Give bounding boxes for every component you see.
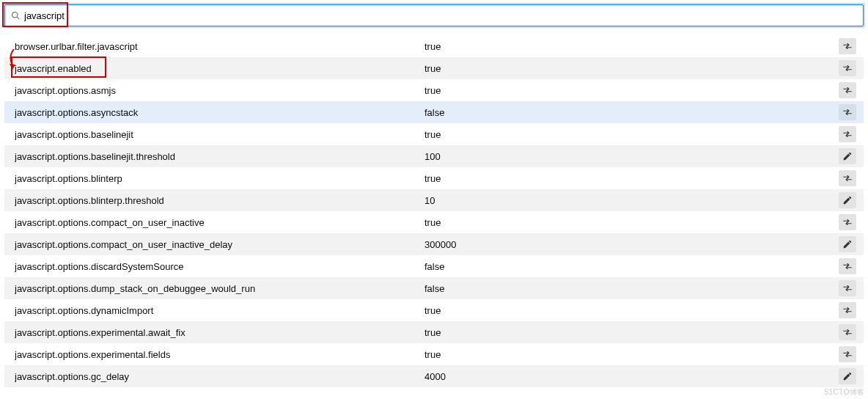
svg-line-1 <box>17 17 19 19</box>
pref-row[interactable]: javascript.options.asmjstrue <box>4 79 864 101</box>
pref-name: browser.urlbar.filter.javascript <box>15 41 424 52</box>
pref-row[interactable]: javascript.options.baselinejittrue <box>4 123 864 145</box>
toggle-icon <box>842 41 853 51</box>
search-input[interactable] <box>24 5 857 26</box>
toggle-button[interactable] <box>839 126 856 142</box>
svg-point-0 <box>12 12 18 18</box>
edit-button[interactable] <box>839 368 856 384</box>
pref-value: true <box>424 217 839 228</box>
pref-value: 300000 <box>424 239 839 250</box>
toggle-icon <box>842 85 853 95</box>
toggle-icon <box>842 107 853 117</box>
toggle-button[interactable] <box>839 302 856 318</box>
toggle-icon <box>842 129 853 139</box>
pref-value: false <box>424 107 839 118</box>
pref-row[interactable]: javascript.options.dynamicImporttrue <box>4 299 864 321</box>
pref-name: javascript.enabled <box>15 63 424 74</box>
toggle-icon <box>842 261 853 271</box>
pref-value: true <box>424 327 839 338</box>
toggle-button[interactable] <box>839 82 856 98</box>
toggle-button[interactable] <box>839 346 856 362</box>
pref-row[interactable]: javascript.options.discardSystemSourcefa… <box>4 255 864 277</box>
search-icon <box>11 11 20 20</box>
pref-row[interactable]: javascript.options.baselinejit.threshold… <box>4 145 864 167</box>
pref-value: true <box>424 85 839 96</box>
pref-value: false <box>424 261 839 272</box>
edit-icon <box>842 195 853 205</box>
pref-name: javascript.options.asyncstack <box>15 107 424 118</box>
pref-name: javascript.options.blinterp <box>15 173 424 184</box>
toggle-icon <box>842 305 853 315</box>
watermark: 51CTO博客 <box>824 387 865 398</box>
pref-value: true <box>424 305 839 316</box>
pref-value: true <box>424 41 839 52</box>
toggle-icon <box>842 327 853 337</box>
pref-value: true <box>424 129 839 140</box>
pref-name: javascript.options.asmjs <box>15 85 424 96</box>
pref-name: javascript.options.dump_stack_on_debugge… <box>15 283 424 294</box>
pref-row[interactable]: javascript.options.blinterp.threshold10 <box>4 189 864 211</box>
toggle-icon <box>842 283 853 293</box>
pref-name: javascript.options.dynamicImport <box>15 305 424 316</box>
pref-value: true <box>424 349 839 360</box>
pref-name: javascript.options.compact_on_user_inact… <box>15 217 424 228</box>
preferences-list: browser.urlbar.filter.javascripttruejava… <box>4 35 864 387</box>
toggle-icon <box>842 63 853 73</box>
pref-value: true <box>424 63 839 74</box>
search-bar[interactable] <box>4 4 864 26</box>
toggle-button[interactable] <box>839 104 856 120</box>
pref-name: javascript.options.compact_on_user_inact… <box>15 239 424 250</box>
pref-name: javascript.options.baselinejit.threshold <box>15 151 424 162</box>
toggle-icon <box>842 217 853 227</box>
edit-icon <box>842 239 853 249</box>
pref-name: javascript.options.baselinejit <box>15 129 424 140</box>
pref-name: javascript.options.experimental.fields <box>15 349 424 360</box>
toggle-icon <box>842 173 853 183</box>
pref-name: javascript.options.gc_delay <box>15 371 424 382</box>
pref-row[interactable]: javascript.options.blinterptrue <box>4 167 864 189</box>
pref-row[interactable]: javascript.options.gc_delay4000 <box>4 365 864 387</box>
toggle-button[interactable] <box>839 324 856 340</box>
pref-name: javascript.options.discardSystemSource <box>15 261 424 272</box>
pref-row[interactable]: javascript.options.experimental.await_fi… <box>4 321 864 343</box>
pref-name: javascript.options.blinterp.threshold <box>15 195 424 206</box>
pref-value: 100 <box>424 151 839 162</box>
pref-value: 4000 <box>424 371 839 382</box>
pref-row[interactable]: javascript.options.compact_on_user_inact… <box>4 211 864 233</box>
edit-button[interactable] <box>839 236 856 252</box>
edit-icon <box>842 371 853 381</box>
toggle-icon <box>842 349 853 359</box>
pref-row[interactable]: javascript.options.asyncstackfalse <box>4 101 864 123</box>
toggle-button[interactable] <box>839 214 856 230</box>
toggle-button[interactable] <box>839 60 856 76</box>
pref-name: javascript.options.experimental.await_fi… <box>15 327 424 338</box>
pref-row[interactable]: javascript.enabledtrue <box>4 57 864 79</box>
toggle-button[interactable] <box>839 258 856 274</box>
pref-row[interactable]: javascript.options.experimental.fieldstr… <box>4 343 864 365</box>
toggle-button[interactable] <box>839 38 856 54</box>
toggle-button[interactable] <box>839 280 856 296</box>
pref-value: false <box>424 283 839 294</box>
pref-value: true <box>424 173 839 184</box>
pref-row[interactable]: browser.urlbar.filter.javascripttrue <box>4 35 864 57</box>
toggle-button[interactable] <box>839 170 856 186</box>
pref-value: 10 <box>424 195 839 206</box>
edit-button[interactable] <box>839 148 856 164</box>
pref-row[interactable]: javascript.options.compact_on_user_inact… <box>4 233 864 255</box>
edit-icon <box>842 151 853 161</box>
pref-row[interactable]: javascript.options.dump_stack_on_debugge… <box>4 277 864 299</box>
edit-button[interactable] <box>839 192 856 208</box>
